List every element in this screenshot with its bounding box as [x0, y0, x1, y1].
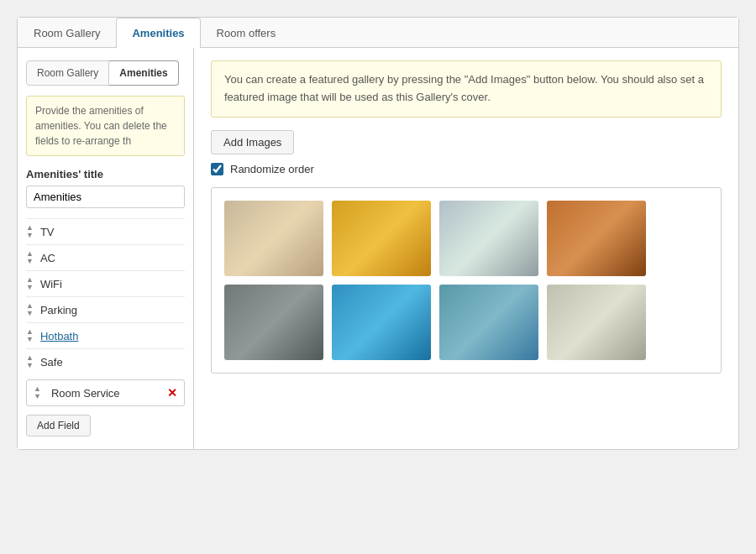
amenity-row-ac: ▲▼ AC [26, 244, 185, 270]
main-panel: You can create a featured gallery by pre… [194, 48, 738, 449]
sidebar-tab-bar: Room Gallery Amenities [26, 60, 185, 86]
amenities-title-label: Amenities' title [26, 168, 185, 180]
gallery-item-canopy[interactable] [439, 201, 538, 276]
sidebar-tab-amenities[interactable]: Amenities [109, 60, 178, 86]
amenity-row-tv: ▲▼ TV [26, 218, 185, 244]
gallery-item-warm[interactable] [547, 201, 646, 276]
amenity-row-safe: ▲▼ Safe [26, 348, 185, 374]
gallery-item-bedroom[interactable] [224, 201, 323, 276]
gallery-item-lounge[interactable] [547, 285, 646, 360]
amenities-title-input[interactable] [26, 186, 185, 208]
randomize-checkbox[interactable] [211, 163, 223, 175]
sidebar: Room Gallery Amenities Provide the ameni… [18, 48, 194, 449]
amenity-row-parking: ▲▼ Parking [26, 296, 185, 322]
gallery-item-beach[interactable] [439, 285, 538, 360]
randomize-row: Randomize order [211, 163, 722, 175]
sort-arrows-tv[interactable]: ▲▼ [26, 224, 34, 239]
tab-amenities[interactable]: Amenities [116, 18, 200, 48]
sort-arrows-parking[interactable]: ▲▼ [26, 302, 34, 317]
sort-arrows-ac[interactable]: ▲▼ [26, 250, 34, 265]
sort-arrows-safe[interactable]: ▲▼ [26, 354, 34, 369]
gallery-item-spa[interactable] [332, 201, 431, 276]
sort-arrows-room-service[interactable]: ▲▼ [34, 385, 41, 400]
amenity-row-wifi: ▲▼ WiFi [26, 270, 185, 296]
gallery-grid [211, 187, 722, 374]
add-field-button[interactable]: Add Field [26, 415, 91, 436]
gallery-item-modern[interactable] [224, 285, 323, 360]
room-service-row: ▲▼ Room Service ✕ [26, 379, 185, 406]
tab-room-offers[interactable]: Room offers [201, 18, 292, 48]
add-images-button[interactable]: Add Images [211, 130, 294, 154]
tab-room-gallery[interactable]: Room Gallery [18, 18, 116, 48]
gallery-item-pool[interactable] [332, 285, 431, 360]
sort-arrows-hotbath[interactable]: ▲▼ [26, 328, 34, 343]
sort-arrows-wifi[interactable]: ▲▼ [26, 276, 34, 291]
sidebar-info-box: Provide the amenities of amenities. You … [26, 96, 185, 156]
amenity-row-hotbath: ▲▼ Hotbath [26, 322, 185, 348]
randomize-label[interactable]: Randomize order [230, 163, 314, 175]
main-container: Room Gallery Amenities Room offers Room … [17, 17, 739, 450]
content-area: Room Gallery Amenities Provide the ameni… [18, 48, 738, 449]
sidebar-tab-room-gallery[interactable]: Room Gallery [26, 60, 109, 86]
remove-room-service-button[interactable]: ✕ [167, 386, 177, 400]
tab-bar: Room Gallery Amenities Room offers [18, 18, 738, 48]
info-banner: You can create a featured gallery by pre… [211, 60, 722, 118]
